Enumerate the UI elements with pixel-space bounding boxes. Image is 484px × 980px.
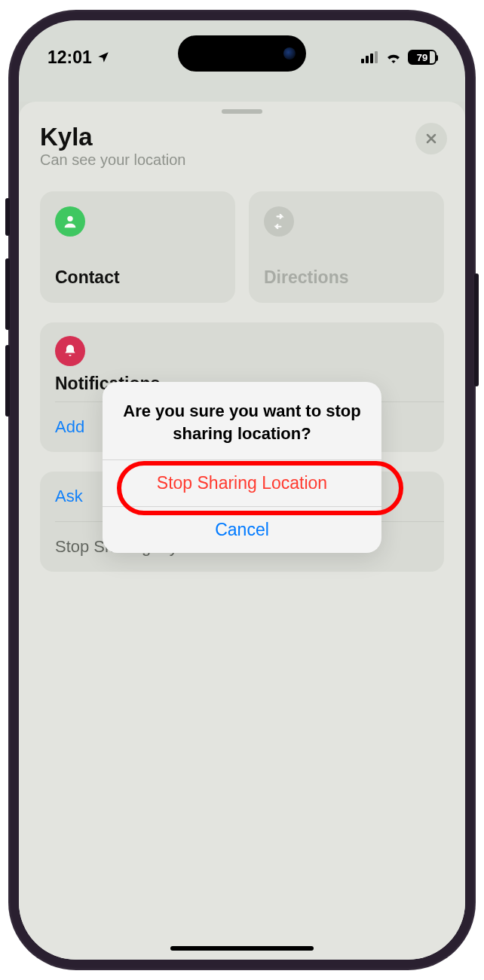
front-camera: [283, 47, 296, 60]
contact-tile[interactable]: Contact: [40, 191, 235, 303]
svg-point-6: [67, 216, 72, 221]
close-button[interactable]: [415, 123, 447, 154]
status-time: 12:01: [47, 47, 92, 68]
cancel-button[interactable]: Cancel: [103, 507, 381, 553]
svg-rect-3: [375, 51, 378, 63]
power-button: [474, 273, 479, 386]
close-icon: [425, 133, 437, 145]
volume-up-button: [5, 258, 10, 330]
stop-sharing-button[interactable]: Stop Sharing Location: [103, 460, 381, 506]
contact-tile-label: Contact: [55, 267, 220, 288]
mute-switch: [5, 198, 10, 236]
person-icon: [55, 206, 85, 237]
dynamic-island: [178, 35, 306, 72]
contact-name: Kyla: [40, 123, 444, 151]
confirmation-alert: Are you sure you want to stop sharing lo…: [103, 382, 381, 553]
bell-icon: [55, 336, 85, 366]
cellular-icon: [361, 51, 379, 63]
svg-rect-0: [361, 59, 364, 63]
alert-title: Are you sure you want to stop sharing lo…: [103, 382, 381, 459]
iphone-frame: 12:01 79 Kyla Can see your location: [8, 10, 476, 970]
svg-rect-1: [366, 56, 369, 63]
home-indicator[interactable]: [170, 946, 314, 951]
contact-subtitle: Can see your location: [40, 151, 444, 169]
battery-indicator: 79: [408, 50, 437, 65]
wifi-icon: [385, 51, 402, 63]
volume-down-button: [5, 345, 10, 417]
screen: 12:01 79 Kyla Can see your location: [19, 20, 465, 960]
svg-rect-2: [370, 53, 373, 63]
directions-tile-label: Directions: [264, 267, 429, 288]
directions-tile: Directions: [249, 191, 444, 303]
location-arrow-icon: [96, 50, 110, 64]
directions-icon: [264, 206, 294, 237]
